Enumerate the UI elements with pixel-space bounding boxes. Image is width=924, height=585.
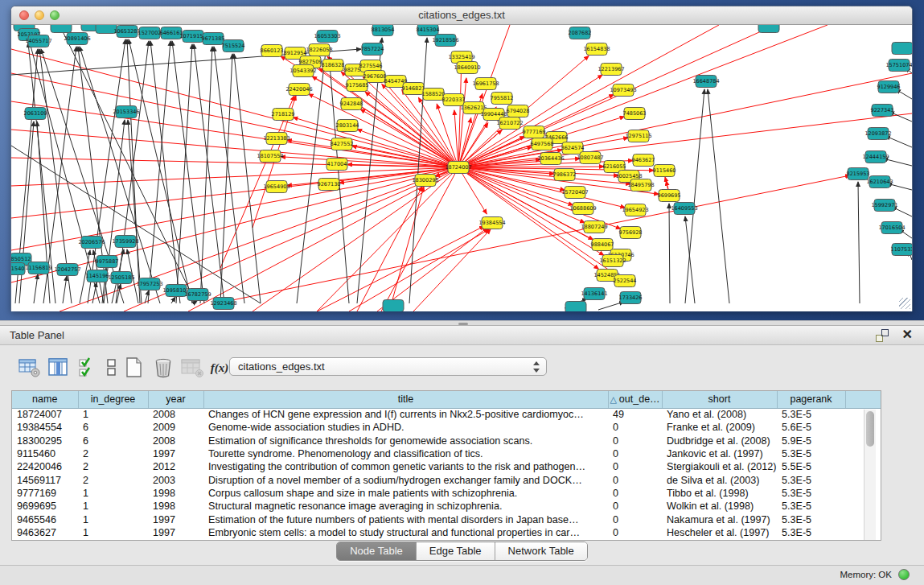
graph-node[interactable]: 16210643	[866, 176, 893, 188]
table-cell[interactable]: 18300295	[12, 435, 78, 447]
graph-node[interactable]: 2803144	[336, 120, 359, 132]
table-cell[interactable]: Genome-wide association studies in ADHD.	[203, 421, 608, 434]
graph-node[interactable]: 16210722	[496, 117, 523, 130]
table-cell[interactable]: Estimation of the future numbers of pati…	[203, 513, 608, 525]
graph-node[interactable]: 18495798	[627, 179, 654, 192]
table-cell[interactable]: 5.5E-5	[777, 460, 845, 473]
table-cell[interactable]: 6	[78, 435, 148, 447]
network-graph-svg[interactable]: 2053197140557172089140610653287152700264…	[11, 25, 912, 311]
scrollbar-thumb[interactable]	[866, 411, 874, 447]
graph-node[interactable]	[758, 25, 779, 33]
table-cell[interactable]: 2	[78, 447, 148, 460]
graph-node[interactable]: 8186328	[322, 60, 345, 72]
graph-node[interactable]: 18107554	[257, 150, 283, 163]
graph-node[interactable]: 1107533	[891, 244, 912, 256]
graph-node[interactable]: 12213967	[598, 64, 624, 76]
table-cell[interactable]: 0	[608, 447, 662, 460]
table-select-dropdown[interactable]: citations_edges.txt	[229, 357, 547, 376]
table-cell[interactable]: 0	[608, 435, 662, 447]
graph-node[interactable]: 9115460	[653, 165, 676, 177]
table-cell[interactable]: Stergiakouli et al. (2012)	[662, 460, 777, 473]
graph-node[interactable]: 19654923	[622, 204, 648, 216]
graph-node[interactable]: 12213383	[263, 133, 290, 145]
graph-node[interactable]: 16782759	[184, 289, 211, 301]
table-row[interactable]: 946554611997Estimation of the future num…	[12, 513, 881, 525]
graph-node[interactable]: 7955812	[491, 93, 514, 105]
graph-node[interactable]: 15720407	[561, 187, 588, 199]
graph-node[interactable]: 2087682	[569, 27, 592, 39]
table-cell[interactable]: 0	[608, 460, 662, 473]
graph-node[interactable]: 10543392	[290, 65, 316, 77]
graph-node[interactable]: 9884067	[591, 239, 614, 251]
panel-splitter[interactable]	[0, 320, 924, 326]
table-cell[interactable]: Hescheler et al. (1997)	[662, 526, 777, 539]
graph-node[interactable]	[383, 300, 404, 312]
table-cell[interactable]: 1998	[148, 487, 203, 500]
table-row[interactable]: 911546021997Tourette syndrome. Phenomeno…	[12, 447, 881, 460]
graph-node[interactable]: 12923468	[210, 298, 236, 310]
graph-node[interactable]: 9267130	[318, 179, 341, 191]
graph-node[interactable]: 16648784	[692, 76, 719, 88]
table-cell[interactable]: 2	[78, 460, 148, 473]
graph-node[interactable]	[565, 302, 586, 312]
graph-node[interactable]: 15992971	[871, 200, 897, 212]
network-canvas[interactable]: 2053197140557172089140610653287152700264…	[11, 25, 912, 311]
table-cell[interactable]: 5.3E-5	[777, 487, 845, 500]
graph-node[interactable]: 12505185	[108, 272, 134, 284]
graph-node[interactable]: 2522544	[614, 275, 637, 287]
function-builder-icon[interactable]: f(x)	[207, 356, 232, 379]
graph-node[interactable]: 20206576	[78, 237, 105, 249]
graph-node[interactable]: 16154838	[583, 43, 610, 56]
graph-node[interactable]: 20364436	[537, 153, 564, 165]
graph-node[interactable]: 18300295	[412, 175, 438, 187]
table-cell[interactable]: 0	[608, 421, 662, 434]
table-cell[interactable]: Jankovic et al. (1997)	[662, 447, 777, 460]
graph-node[interactable]: 8415304	[417, 25, 440, 36]
column-header-short[interactable]: short	[662, 391, 777, 408]
graph-node[interactable]: 1733426	[619, 292, 643, 304]
window-titlebar[interactable]: citations_edges.txt	[11, 6, 912, 25]
table-cell[interactable]: 2003	[148, 473, 203, 486]
table-row[interactable]: 969969511998Structural magnetic resonanc…	[12, 500, 881, 513]
close-window-button[interactable]	[19, 10, 29, 20]
graph-node[interactable]: 8220337	[442, 94, 466, 106]
graph-node[interactable]: 14055717	[25, 35, 51, 47]
graph-node[interactable]: 17359928	[112, 236, 138, 248]
graph-node[interactable]: 8427552	[331, 138, 354, 150]
table-cell[interactable]: 2008	[148, 435, 203, 447]
column-header-out_de[interactable]: △out_de…	[608, 391, 662, 408]
table-row[interactable]: 1938455462009Genome-wide association stu…	[12, 421, 881, 434]
table-cell[interactable]: 5.3E-5	[777, 513, 845, 525]
graph-node[interactable]: 18226058	[306, 44, 332, 56]
table-row[interactable]: 1830029562008Estimation of significance …	[12, 435, 881, 447]
graph-node[interactable]: 12444159	[862, 151, 889, 163]
graph-node[interactable]	[892, 43, 912, 55]
table-cell[interactable]: 6	[78, 421, 148, 434]
table-cell[interactable]: 0	[608, 526, 662, 539]
table-cell[interactable]: 5.3E-5	[777, 526, 845, 539]
graph-node[interactable]: 12042757	[54, 264, 80, 276]
table-row[interactable]: 1456911722003Disruption of a novel membe…	[12, 473, 881, 486]
table-cell[interactable]: 1	[78, 408, 148, 421]
table-cell[interactable]: Changes of HCN gene expression and I(f) …	[203, 408, 608, 421]
table-cell[interactable]: 5.9E-5	[777, 435, 845, 447]
graph-node[interactable]: 19654903	[263, 181, 290, 193]
graph-node[interactable]: 7515524	[222, 40, 245, 52]
graph-node[interactable]: 19218586	[432, 35, 458, 47]
graph-node[interactable]: 8215953	[847, 168, 870, 180]
graph-node[interactable]: 417004	[326, 159, 347, 171]
graph-node[interactable]: 20153346	[113, 106, 139, 118]
select-column-icon[interactable]	[47, 356, 71, 379]
table-cell[interactable]: 5.6E-5	[777, 421, 845, 434]
table-cell[interactable]: 49	[608, 408, 662, 421]
tab-edge-table[interactable]: Edge Table	[417, 542, 495, 560]
table-cell[interactable]: 2008	[148, 408, 203, 421]
graph-node[interactable]: 18807249	[581, 221, 607, 233]
table-cell[interactable]: Corpus callosum shape and size in male p…	[203, 487, 608, 500]
table-cell[interactable]: 1997	[148, 526, 203, 539]
unselect-all-icon[interactable]	[100, 356, 124, 379]
graph-node[interactable]: 9777169	[523, 126, 546, 138]
graph-node[interactable]: 1527002	[138, 27, 162, 39]
tab-node-table[interactable]: Node Table	[337, 542, 417, 560]
column-header-in_degree[interactable]: in_degree	[78, 391, 148, 408]
